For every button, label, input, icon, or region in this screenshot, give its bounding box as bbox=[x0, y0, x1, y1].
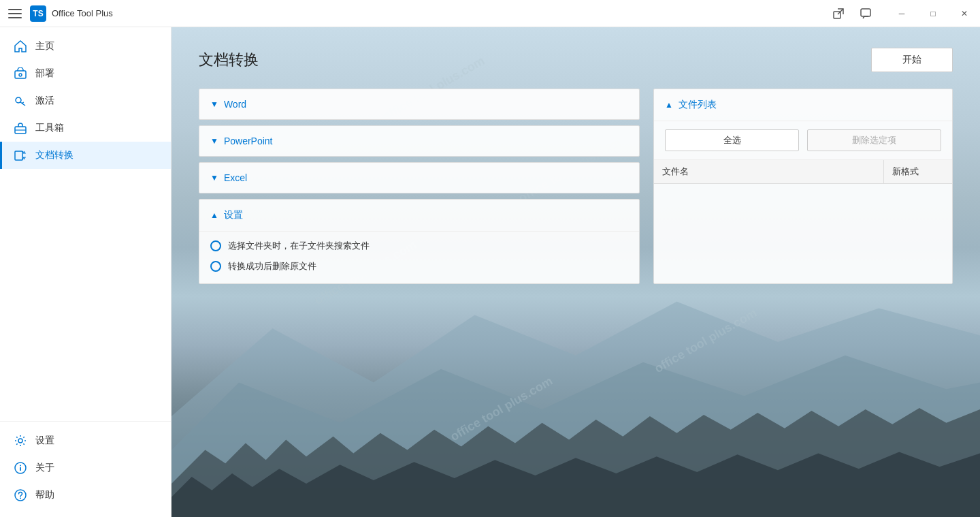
accordion-settings-label: 设置 bbox=[224, 209, 243, 221]
page-title: 文档转换 bbox=[199, 50, 259, 70]
accordion-powerpoint: ▼ PowerPoint bbox=[199, 125, 640, 157]
svg-rect-3 bbox=[15, 71, 26, 78]
svg-rect-2 bbox=[861, 9, 870, 16]
titlebar-left: TS Office Tool Plus bbox=[8, 5, 113, 22]
sidebar-item-deploy[interactable]: 部署 bbox=[0, 60, 171, 87]
page-header: 文档转换 开始 bbox=[199, 48, 953, 72]
chevron-up-icon-filelist: ▲ bbox=[665, 100, 673, 110]
svg-point-9 bbox=[18, 439, 22, 443]
file-col-format-header: 新格式 bbox=[884, 160, 952, 183]
home-icon bbox=[14, 40, 27, 53]
file-list-actions: 全选 删除选定项 bbox=[654, 121, 952, 160]
sidebar-item-activate[interactable]: 激活 bbox=[0, 87, 171, 114]
chevron-down-icon-excel: ▼ bbox=[210, 173, 218, 183]
sidebar-item-docconvert[interactable]: 文档转换 bbox=[0, 142, 171, 169]
panels-row: ▼ Word ▼ PowerPoint ▼ bbox=[199, 89, 953, 284]
svg-point-13 bbox=[15, 490, 26, 501]
sidebar-label-docconvert: 文档转换 bbox=[35, 149, 74, 161]
sidebar-item-settings[interactable]: 设置 bbox=[0, 427, 171, 454]
gear-icon bbox=[14, 434, 27, 448]
sidebar-bottom: 设置 关于 bbox=[0, 421, 171, 517]
sidebar-nav: 主页 部署 bbox=[0, 27, 171, 421]
page-content: 文档转换 开始 ▼ Word bbox=[172, 27, 980, 517]
sidebar-label-help: 帮助 bbox=[35, 489, 54, 501]
radio-label-delete-after-convert: 转换成功后删除原文件 bbox=[228, 260, 316, 272]
radio-circle-2 bbox=[210, 261, 221, 272]
app-logo: TS bbox=[30, 5, 46, 22]
key-icon bbox=[14, 94, 27, 108]
left-panel: ▼ Word ▼ PowerPoint ▼ bbox=[199, 89, 640, 284]
convert-icon bbox=[14, 148, 27, 162]
accordion-word-header[interactable]: ▼ Word bbox=[199, 89, 639, 119]
help-icon bbox=[14, 488, 27, 502]
start-button[interactable]: 开始 bbox=[871, 48, 953, 72]
chevron-up-icon-settings: ▲ bbox=[210, 210, 218, 220]
select-all-button[interactable]: 全选 bbox=[665, 129, 799, 151]
titlebar: TS Office Tool Plus ─ □ ✕ bbox=[0, 0, 980, 27]
accordion-powerpoint-label: PowerPoint bbox=[224, 136, 273, 146]
titlebar-extra-buttons bbox=[826, 0, 878, 27]
external-link-icon[interactable] bbox=[826, 1, 851, 26]
content-area: office tool plus.com office tool plus.co… bbox=[172, 27, 980, 517]
accordion-word: ▼ Word bbox=[199, 89, 640, 120]
sidebar-item-about[interactable]: 关于 bbox=[0, 454, 171, 482]
close-button[interactable]: ✕ bbox=[949, 0, 980, 27]
svg-point-14 bbox=[20, 498, 21, 499]
accordion-settings-header[interactable]: ▲ 设置 bbox=[199, 200, 639, 231]
maximize-button[interactable]: □ bbox=[917, 0, 949, 27]
minimize-button[interactable]: ─ bbox=[886, 0, 917, 27]
chat-icon[interactable] bbox=[853, 1, 878, 26]
sidebar-item-home[interactable]: 主页 bbox=[0, 33, 171, 60]
accordion-settings: ▲ 设置 选择文件夹时，在子文件夹搜索文件 转换成功后删除原文件 bbox=[199, 199, 640, 284]
sidebar-label-home: 主页 bbox=[35, 40, 54, 52]
accordion-excel-label: Excel bbox=[224, 172, 247, 183]
radio-search-subfolders[interactable]: 选择文件夹时，在子文件夹搜索文件 bbox=[210, 240, 628, 252]
sidebar-label-activate: 激活 bbox=[35, 95, 54, 107]
sidebar-item-toolbox[interactable]: 工具箱 bbox=[0, 114, 171, 142]
sidebar-label-deploy: 部署 bbox=[35, 67, 54, 80]
accordion-excel: ▼ Excel bbox=[199, 162, 640, 193]
file-table: 文件名 新格式 bbox=[654, 160, 952, 283]
sidebar-label-about: 关于 bbox=[35, 462, 54, 474]
deploy-icon bbox=[14, 67, 27, 80]
radio-label-search-subfolders: 选择文件夹时，在子文件夹搜索文件 bbox=[228, 240, 370, 252]
svg-rect-8 bbox=[15, 151, 22, 160]
sidebar-item-help[interactable]: 帮助 bbox=[0, 482, 171, 509]
file-table-header: 文件名 新格式 bbox=[654, 160, 952, 184]
sidebar: 主页 部署 bbox=[0, 27, 172, 517]
window-controls: ─ □ ✕ bbox=[886, 0, 980, 27]
hamburger-menu-button[interactable] bbox=[8, 7, 22, 20]
main-layout: 主页 部署 bbox=[0, 27, 980, 517]
right-panel: ▲ 文件列表 全选 删除选定项 文件名 新格式 bbox=[653, 89, 953, 284]
chevron-down-icon-powerpoint: ▼ bbox=[210, 136, 218, 146]
radio-delete-after-convert[interactable]: 转换成功后删除原文件 bbox=[210, 260, 628, 272]
file-list-title: 文件列表 bbox=[679, 99, 717, 111]
svg-point-12 bbox=[20, 465, 21, 467]
accordion-settings-body: 选择文件夹时，在子文件夹搜索文件 转换成功后删除原文件 bbox=[199, 231, 639, 283]
app-title: Office Tool Plus bbox=[52, 8, 113, 18]
accordion-word-label: Word bbox=[224, 99, 246, 110]
sidebar-label-toolbox: 工具箱 bbox=[35, 122, 64, 134]
radio-circle-1 bbox=[210, 240, 221, 251]
toolbox-icon bbox=[14, 121, 27, 135]
svg-point-4 bbox=[19, 74, 22, 76]
info-icon bbox=[14, 461, 27, 475]
svg-point-5 bbox=[16, 97, 21, 103]
accordion-powerpoint-header[interactable]: ▼ PowerPoint bbox=[199, 126, 639, 156]
file-col-name-header: 文件名 bbox=[654, 160, 884, 183]
chevron-down-icon-word: ▼ bbox=[210, 99, 218, 109]
sidebar-label-settings: 设置 bbox=[35, 435, 54, 447]
delete-selected-button[interactable]: 删除选定项 bbox=[807, 129, 941, 151]
file-list-header: ▲ 文件列表 bbox=[654, 89, 952, 121]
accordion-excel-header[interactable]: ▼ Excel bbox=[199, 163, 639, 193]
